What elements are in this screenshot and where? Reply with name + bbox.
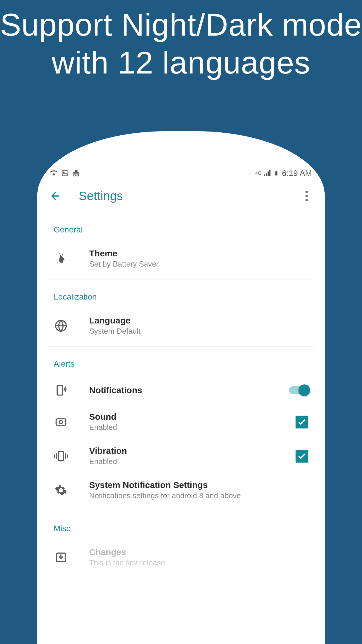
setting-notifications[interactable]: Notifications (37, 376, 325, 405)
section-header-general: General (37, 212, 325, 242)
status-right: 4G 6:19 AM (255, 169, 312, 178)
incognito-icon (72, 169, 80, 177)
setting-subtitle: This is the first release (89, 558, 308, 567)
setting-language[interactable]: Language System Default (37, 309, 325, 343)
svg-point-7 (60, 421, 61, 423)
status-bar: 4G 6:19 AM (37, 166, 325, 180)
setting-vibration[interactable]: Vibration Enabled (37, 439, 325, 473)
status-left (50, 169, 80, 177)
promo-title: Support Night/Dark mode with 12 language… (0, 0, 362, 81)
overflow-menu-button[interactable] (300, 191, 313, 201)
phone-frame: 4G 6:19 AM Settings (37, 131, 325, 644)
setting-changes[interactable]: Changes This is the first release (37, 540, 325, 574)
phone-ring-icon (54, 383, 68, 398)
svg-point-2 (75, 170, 78, 172)
svg-rect-4 (57, 386, 62, 395)
setting-subtitle: Notifications settings for android 8 and… (89, 491, 308, 500)
phone-screen: 4G 6:19 AM Settings (37, 166, 325, 644)
setting-subtitle: Set by Battery Saver (89, 260, 308, 269)
svg-point-1 (63, 172, 64, 173)
vibration-checkbox[interactable] (296, 450, 308, 463)
svg-rect-8 (59, 452, 63, 461)
clock: 6:19 AM (282, 169, 312, 178)
sound-checkbox[interactable] (296, 416, 308, 428)
app-bar: Settings (37, 180, 325, 212)
setting-title: Sound (89, 412, 296, 422)
globe-icon (54, 318, 68, 333)
download-icon (54, 550, 68, 565)
section-header-localization: Localization (37, 279, 325, 309)
setting-system-notifications[interactable]: System Notification Settings Notificatio… (37, 473, 325, 507)
setting-title: Notifications (89, 385, 289, 395)
section-header-misc: Misc (37, 511, 325, 540)
signal-icon (263, 169, 271, 177)
vibration-icon (54, 449, 68, 463)
theme-icon (54, 251, 68, 266)
wifi-calling-icon (50, 169, 58, 177)
section-header-alerts: Alerts (37, 346, 325, 376)
setting-subtitle: Enabled (89, 457, 296, 466)
back-button[interactable] (49, 190, 62, 202)
setting-title: Theme (89, 249, 308, 258)
setting-theme[interactable]: Theme Set by Battery Saver (37, 242, 325, 276)
setting-subtitle: Enabled (89, 423, 296, 432)
setting-title: Changes (89, 547, 308, 557)
picture-icon (61, 169, 69, 177)
page-title: Settings (79, 189, 123, 203)
setting-title: Vibration (89, 446, 296, 456)
setting-subtitle: System Default (89, 327, 308, 336)
setting-title: Language (89, 316, 308, 326)
speaker-icon (54, 415, 68, 429)
setting-sound[interactable]: Sound Enabled (37, 405, 325, 439)
settings-list: General Theme Set by Battery Saver Local… (37, 212, 325, 574)
network-type: 4G (255, 171, 261, 176)
gear-icon (54, 483, 68, 498)
setting-title: System Notification Settings (89, 480, 308, 490)
battery-icon (273, 169, 280, 177)
notifications-toggle[interactable] (289, 386, 308, 394)
